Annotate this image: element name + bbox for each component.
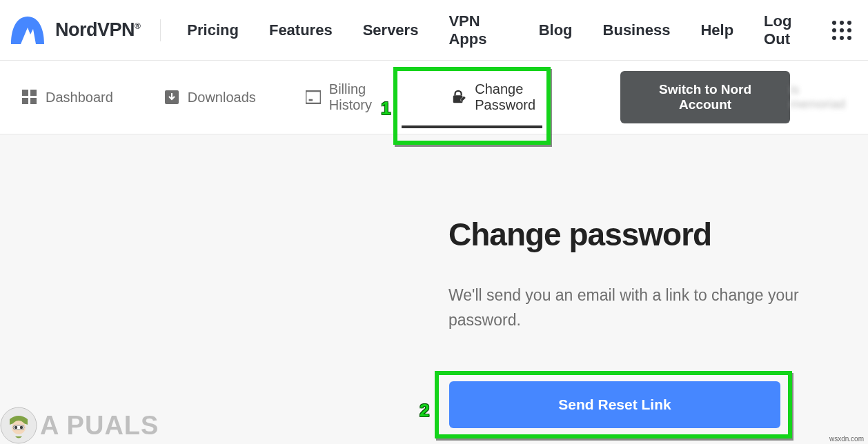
- nav-features[interactable]: Features: [269, 21, 333, 39]
- brand-name-text: NordVPN®: [55, 19, 140, 41]
- send-reset-wrap: Send Reset Link: [436, 371, 793, 438]
- nav-blog[interactable]: Blog: [539, 21, 573, 39]
- watermark-logo: A PUALS: [0, 407, 159, 444]
- switch-account-button[interactable]: Switch to Nord Account: [620, 71, 790, 123]
- billing-icon: [306, 90, 321, 105]
- subtab-downloads[interactable]: Downloads: [149, 61, 271, 134]
- dashboard-icon: [22, 90, 37, 105]
- top-navigation: NordVPN® Pricing Features Servers VPN Ap…: [0, 0, 868, 61]
- annotation-label-1: 1: [381, 98, 391, 119]
- nav-help[interactable]: Help: [700, 21, 733, 39]
- account-subnav: Dashboard Downloads Billing History Chan…: [0, 61, 868, 134]
- svg-rect-0: [22, 90, 28, 96]
- svg-rect-5: [306, 91, 321, 103]
- active-tab-underline: [402, 125, 542, 128]
- subtab-billing[interactable]: Billing History: [290, 61, 420, 134]
- subtab-billing-label: Billing History: [329, 81, 404, 113]
- subtab-downloads-label: Downloads: [188, 90, 256, 105]
- svg-rect-3: [30, 98, 37, 104]
- svg-point-12: [20, 426, 23, 429]
- appuals-avatar-icon: [0, 407, 37, 444]
- svg-rect-2: [22, 98, 28, 104]
- nordvpn-logo-icon: [10, 14, 46, 47]
- svg-rect-6: [308, 99, 313, 101]
- send-reset-link-button[interactable]: Send Reset Link: [449, 381, 780, 428]
- subtab-change-password[interactable]: Change Password: [436, 61, 593, 134]
- page-description: We'll send you an email with a link to c…: [448, 283, 800, 332]
- watermark-text: A PUALS: [40, 411, 159, 441]
- nav-vpn-apps[interactable]: VPN Apps: [448, 12, 508, 48]
- nav-servers[interactable]: Servers: [363, 21, 419, 39]
- source-attribution: wsxdn.com: [829, 435, 864, 443]
- subtab-dashboard[interactable]: Dashboard: [7, 61, 128, 134]
- subtab-dashboard-label: Dashboard: [46, 90, 113, 105]
- subtab-change-password-label: Change Password: [475, 81, 578, 113]
- download-icon: [164, 90, 179, 105]
- brand-logo[interactable]: NordVPN®: [10, 14, 161, 47]
- apps-grid-icon[interactable]: [832, 21, 851, 40]
- svg-rect-1: [30, 90, 37, 96]
- primary-nav: Pricing Features Servers VPN Apps Blog B…: [187, 12, 811, 48]
- nav-pricing[interactable]: Pricing: [187, 21, 239, 39]
- nav-logout[interactable]: Log Out: [764, 12, 811, 48]
- page-title: Change password: [448, 216, 800, 253]
- lock-edit-icon: [451, 90, 466, 105]
- nav-business[interactable]: Business: [603, 21, 671, 39]
- annotation-label-2: 2: [420, 400, 429, 421]
- svg-point-11: [14, 426, 17, 429]
- user-email-blurred: is memoriad: [790, 83, 853, 112]
